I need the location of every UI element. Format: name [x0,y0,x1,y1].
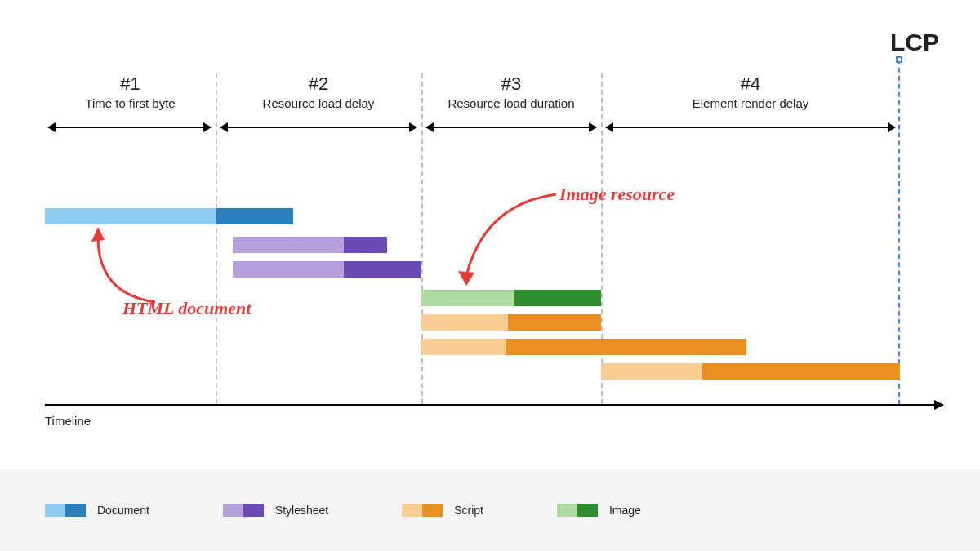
bar-script-1 [421,314,601,331]
section-number: #3 [421,73,601,95]
bar-dark-segment [508,314,601,331]
range-arrow-1 [48,127,211,128]
section-label: Element render delay [601,96,900,110]
lcp-title: LCP [890,29,939,56]
annotation-html-document: HTML document [122,298,251,319]
legend-label: Script [454,504,483,517]
bar-light-segment [233,261,344,278]
legend: Document Stylesheet Script Image [0,469,980,551]
bar-dark-segment [216,208,293,224]
range-arrow-2 [220,127,416,128]
bar-light-segment [601,363,702,380]
section-header-4: #4 Element render delay [601,73,900,110]
section-divider-1 [216,73,217,404]
legend-label: Document [97,504,149,517]
section-header-2: #2 Resource load delay [216,73,421,110]
section-header-1: #1 Time to first byte [45,73,216,110]
bar-light-segment [421,290,514,306]
legend-item-script: Script [402,504,483,517]
bar-image [421,290,601,306]
lcp-waterfall-chart: LCP #1 Time to first byte #2 Resource lo… [45,37,939,420]
section-number: #4 [601,73,900,95]
legend-swatch [45,504,86,517]
bar-dark-segment [514,290,601,306]
section-number: #1 [45,73,216,95]
legend-item-stylesheet: Stylesheet [223,504,328,517]
bar-script-2 [421,339,746,355]
legend-item-image: Image [557,504,641,517]
legend-label: Stylesheet [275,504,328,517]
bar-dark-segment [344,237,387,253]
bar-stylesheet-1 [233,237,387,253]
timeline-axis-label: Timeline [45,414,91,428]
legend-swatch [402,504,443,517]
bar-document [45,208,293,224]
bar-light-segment [421,339,506,355]
bar-script-3 [601,363,900,380]
section-number: #2 [216,73,421,95]
legend-label: Image [609,504,641,517]
bar-light-segment [233,237,344,253]
bar-light-segment [45,208,216,224]
bar-dark-segment [702,363,900,380]
bar-dark-segment [506,339,746,355]
bar-dark-segment [344,261,421,278]
section-label: Resource load duration [421,96,601,110]
section-label: Time to first byte [45,96,216,110]
annotation-arrow-html [82,220,180,310]
lcp-marker-line [898,60,900,405]
range-arrow-4 [606,127,895,128]
section-header-3: #3 Resource load duration [421,73,601,110]
annotation-arrow-image [452,188,566,290]
legend-item-document: Document [45,504,149,517]
legend-swatch [223,504,264,517]
legend-swatch [557,504,598,517]
lcp-marker-tick [896,56,902,63]
annotation-image-resource: Image resource [559,184,675,205]
bar-stylesheet-2 [233,261,421,278]
range-arrow-3 [426,127,596,128]
bar-light-segment [421,314,508,331]
timeline-axis [45,404,943,406]
section-label: Resource load delay [216,96,421,110]
